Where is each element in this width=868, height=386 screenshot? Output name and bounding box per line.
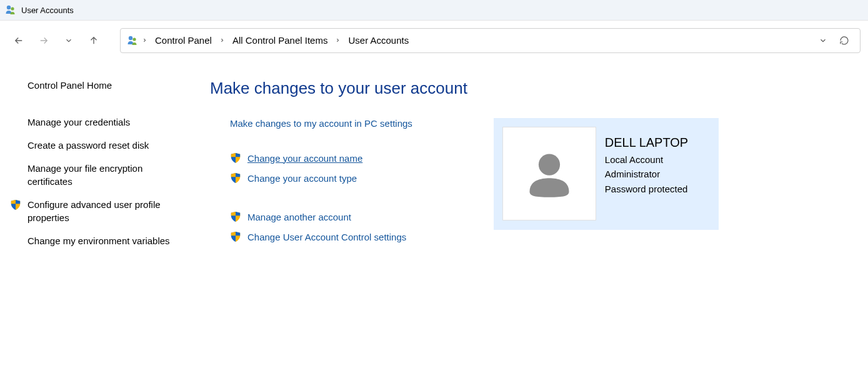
manage-another-account-link[interactable]: Manage another account [230, 211, 412, 222]
sidebar-link-label: Configure advanced user profile properti… [27, 199, 161, 223]
sidebar-link-label: Change my environment variables [27, 235, 170, 246]
shield-icon [10, 199, 21, 210]
sidebar-link-label: Create a password reset disk [27, 140, 149, 151]
link-text: Change User Account Control settings [247, 232, 406, 242]
account-type: Local Account [605, 152, 688, 167]
link-text: Manage another account [247, 212, 351, 222]
window-title: User Accounts [21, 6, 74, 15]
address-bar[interactable]: Control Panel All Control Panel Items Us… [120, 28, 861, 53]
breadcrumb-user-accounts[interactable]: User Accounts [344, 32, 412, 48]
change-uac-settings-link[interactable]: Change User Account Control settings [230, 231, 412, 242]
change-account-name-link[interactable]: Change your account name [230, 152, 412, 164]
pc-settings-link[interactable]: Make changes to my account in PC setting… [230, 118, 412, 129]
sidebar-advanced-profile[interactable]: Configure advanced user profile properti… [27, 198, 175, 224]
actions-list: Make changes to my account in PC setting… [210, 118, 412, 251]
page-heading: Make changes to your user account [210, 79, 868, 98]
refresh-button[interactable] [835, 31, 854, 50]
shield-icon [230, 152, 241, 164]
account-name: DELL LAPTOP [605, 136, 688, 150]
window-title-bar: User Accounts [0, 0, 868, 21]
sidebar-file-encryption-certs[interactable]: Manage your file encryption certificates [27, 162, 175, 188]
account-role: Administrator [605, 167, 688, 181]
account-info: DELL LAPTOP Local Account Administrator … [605, 127, 688, 221]
svg-point-2 [129, 36, 132, 39]
chevron-right-icon[interactable] [218, 37, 226, 43]
sidebar-environment-variables[interactable]: Change my environment variables [27, 234, 175, 247]
sidebar: Control Panel Home Manage your credentia… [0, 79, 194, 257]
content-area: Control Panel Home Manage your credentia… [0, 60, 868, 257]
svg-point-1 [11, 7, 14, 10]
chevron-right-icon[interactable] [141, 37, 149, 43]
avatar [502, 127, 596, 220]
account-password-status: Password protected [605, 182, 688, 196]
forward-button[interactable] [32, 29, 55, 52]
main-panel: Make changes to your user account Make c… [194, 79, 868, 257]
breadcrumb-all-items[interactable]: All Control Panel Items [229, 32, 332, 48]
sidebar-password-reset-disk[interactable]: Create a password reset disk [27, 139, 175, 152]
svg-point-0 [7, 6, 11, 9]
shield-icon [230, 211, 241, 222]
navigation-bar: Control Panel All Control Panel Items Us… [0, 21, 868, 60]
link-text: Change your account name [247, 153, 362, 164]
sidebar-manage-credentials[interactable]: Manage your credentials [27, 116, 175, 129]
user-accounts-icon [5, 4, 16, 16]
account-card: DELL LAPTOP Local Account Administrator … [494, 118, 719, 230]
user-accounts-icon [127, 35, 138, 46]
shield-icon [230, 231, 241, 242]
link-text: Change your account type [247, 173, 357, 184]
shield-icon [230, 172, 241, 184]
address-dropdown-button[interactable] [814, 31, 832, 50]
up-button[interactable] [82, 29, 105, 52]
sidebar-control-panel-home[interactable]: Control Panel Home [27, 79, 175, 92]
sidebar-link-label: Manage your file encryption certificates [27, 163, 142, 187]
sidebar-link-label: Manage your credentials [27, 117, 130, 127]
svg-point-4 [539, 154, 560, 176]
recent-locations-button[interactable] [57, 29, 80, 52]
breadcrumb-control-panel[interactable]: Control Panel [151, 32, 216, 48]
svg-point-3 [132, 37, 136, 41]
chevron-right-icon[interactable] [334, 37, 342, 43]
back-button[interactable] [7, 29, 30, 52]
change-account-type-link[interactable]: Change your account type [230, 172, 412, 184]
link-text: Make changes to my account in PC setting… [230, 118, 412, 129]
